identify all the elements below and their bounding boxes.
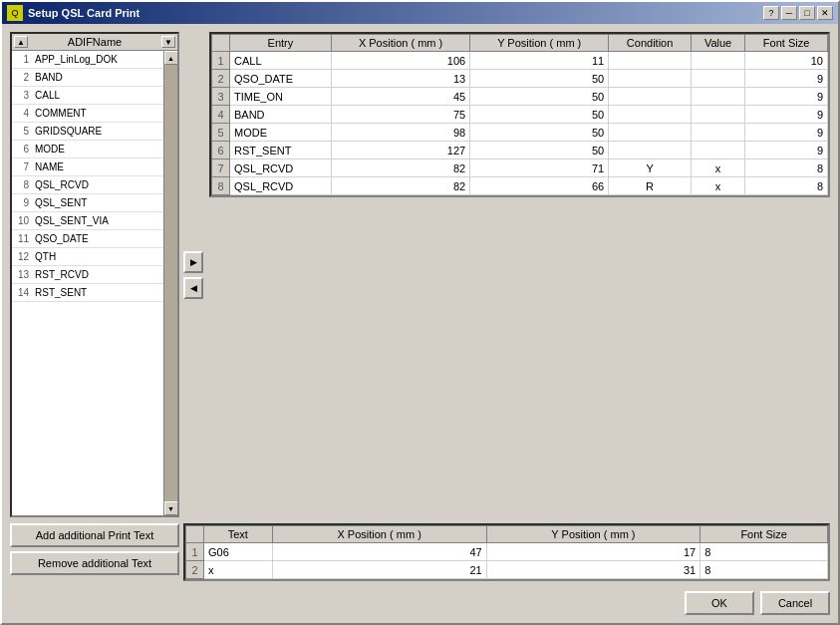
y-pos-cell: 66	[470, 177, 609, 195]
main-table-row[interactable]: 4 BAND 75 50 9	[212, 106, 828, 124]
adif-list-header: ▲ ADIFName ▼	[12, 34, 177, 51]
y-pos-cell: 50	[470, 124, 609, 142]
text-font-size: 8	[700, 543, 828, 561]
main-window: Q Setup QSL Card Print ? ─ □ ✕ ▲ ADIFNam…	[0, 0, 840, 625]
bottom-right: TextX Position ( mm )Y Position ( mm )Fo…	[183, 523, 830, 581]
help-button[interactable]: ?	[763, 6, 779, 20]
font-size-cell: 9	[745, 106, 828, 124]
main-table: EntryX Position ( mm )Y Position ( mm )C…	[211, 34, 828, 195]
minimize-button[interactable]: ─	[781, 6, 797, 20]
text-font-size: 8	[700, 561, 828, 579]
adif-list-inner: 1APP_LinLog_DOK2BAND3CALL4COMMENT5GRIDSQ…	[12, 51, 163, 515]
main-table-row[interactable]: 8 QSL_RCVD 82 66 R x 8	[212, 177, 828, 195]
condition-cell	[609, 106, 692, 124]
value-cell	[691, 52, 744, 70]
text-table-rownum-header	[186, 526, 204, 543]
window-icon: Q	[7, 5, 23, 21]
main-table-row[interactable]: 2 QSO_DATE 13 50 9	[212, 70, 828, 88]
row-num: 5	[212, 124, 230, 142]
entry-cell: QSO_DATE	[230, 70, 332, 88]
condition-cell	[609, 52, 692, 70]
text-table-row[interactable]: 2 x 21 31 8	[186, 561, 828, 579]
adif-list-item[interactable]: 11QSO_DATE	[12, 230, 163, 248]
window-title: Setup QSL Card Print	[28, 7, 140, 19]
value-cell	[691, 142, 744, 159]
adif-list-item[interactable]: 10QSL_SENT_VIA	[12, 212, 163, 230]
text-table-row[interactable]: 1 G06 47 17 8	[186, 543, 828, 561]
close-button[interactable]: ✕	[817, 6, 833, 20]
remove-text-button[interactable]: Remove additional Text	[10, 551, 179, 575]
font-size-cell: 9	[745, 124, 828, 142]
y-pos-cell: 50	[470, 88, 609, 106]
condition-cell: R	[609, 177, 692, 195]
bottom-left: Add additional Print Text Remove additio…	[10, 523, 179, 581]
ok-button[interactable]: OK	[685, 591, 754, 615]
adif-list-item[interactable]: 5GRIDSQUARE	[12, 123, 163, 141]
condition-cell	[609, 124, 692, 142]
arrow-panel: ▶ ◀	[183, 32, 205, 517]
text-x-pos: 21	[272, 561, 486, 579]
value-cell	[691, 124, 744, 142]
value-cell	[691, 106, 744, 124]
value-cell	[691, 88, 744, 106]
entry-cell: CALL	[230, 52, 332, 70]
main-table-col-header: X Position ( mm )	[331, 35, 469, 52]
maximize-button[interactable]: □	[799, 6, 815, 20]
adif-list-item[interactable]: 8QSL_RCVD	[12, 176, 163, 194]
main-table-col-header: Condition	[609, 35, 692, 52]
adif-item-name: GRIDSQUARE	[32, 126, 163, 137]
adif-list-item[interactable]: 9QSL_SENT	[12, 194, 163, 212]
condition-cell: Y	[609, 159, 692, 177]
x-pos-cell: 98	[331, 124, 469, 142]
adif-item-name: CALL	[32, 90, 163, 101]
adif-list-body: 1APP_LinLog_DOK2BAND3CALL4COMMENT5GRIDSQ…	[12, 51, 177, 515]
adif-item-num: 5	[12, 126, 32, 137]
adif-list-item[interactable]: 3CALL	[12, 87, 163, 105]
row-num: 7	[212, 159, 230, 177]
main-table-col-header: Entry	[230, 35, 332, 52]
condition-cell	[609, 70, 692, 88]
main-table-row[interactable]: 5 MODE 98 50 9	[212, 124, 828, 142]
condition-cell	[609, 88, 692, 106]
scroll-up-arrow[interactable]: ▲	[164, 51, 178, 65]
bottom-area: Add additional Print Text Remove additio…	[10, 523, 830, 581]
adif-list-item[interactable]: 1APP_LinLog_DOK	[12, 51, 163, 69]
right-panel: EntryX Position ( mm )Y Position ( mm )C…	[209, 32, 830, 517]
y-pos-cell: 50	[470, 142, 609, 159]
adif-list-item[interactable]: 12QTH	[12, 248, 163, 266]
cancel-button[interactable]: Cancel	[760, 591, 830, 615]
font-size-cell: 8	[745, 159, 828, 177]
adif-list-item[interactable]: 13RST_RCVD	[12, 266, 163, 284]
text-x-pos: 47	[272, 543, 486, 561]
adif-item-num: 7	[12, 161, 32, 172]
arrow-left-button[interactable]: ◀	[183, 277, 203, 299]
main-table-col-header: Value	[691, 35, 744, 52]
main-table-row[interactable]: 3 TIME_ON 45 50 9	[212, 88, 828, 106]
text-row-num: 2	[186, 561, 204, 579]
x-pos-cell: 75	[331, 106, 469, 124]
adif-scroll-down[interactable]: ▼	[161, 36, 175, 48]
main-table-row[interactable]: 1 CALL 106 11 10	[212, 52, 828, 70]
main-table-rownum-header	[212, 35, 230, 52]
row-num: 8	[212, 177, 230, 195]
x-pos-cell: 82	[331, 177, 469, 195]
content-area: ▲ ADIFName ▼ 1APP_LinLog_DOK2BAND3CALL4C…	[2, 24, 838, 623]
scroll-down-arrow[interactable]: ▼	[164, 501, 178, 515]
adif-item-name: RST_RCVD	[32, 269, 163, 280]
adif-scrollbar: ▲ ▼	[163, 51, 177, 515]
value-cell: x	[691, 177, 744, 195]
main-table-row[interactable]: 7 QSL_RCVD 82 71 Y x 8	[212, 159, 828, 177]
add-text-button[interactable]: Add additional Print Text	[10, 523, 179, 547]
adif-list-item[interactable]: 6MODE	[12, 141, 163, 158]
adif-list-item[interactable]: 7NAME	[12, 158, 163, 176]
adif-item-num: 13	[12, 269, 32, 280]
text-row-num: 1	[186, 543, 204, 561]
adif-list-item[interactable]: 4COMMENT	[12, 105, 163, 123]
arrow-right-button[interactable]: ▶	[183, 251, 203, 273]
x-pos-cell: 82	[331, 159, 469, 177]
adif-list-item[interactable]: 14RST_SENT	[12, 284, 163, 302]
adif-scroll-up[interactable]: ▲	[14, 36, 28, 48]
value-cell	[691, 70, 744, 88]
main-table-row[interactable]: 6 RST_SENT 127 50 9	[212, 142, 828, 159]
adif-list-item[interactable]: 2BAND	[12, 69, 163, 87]
